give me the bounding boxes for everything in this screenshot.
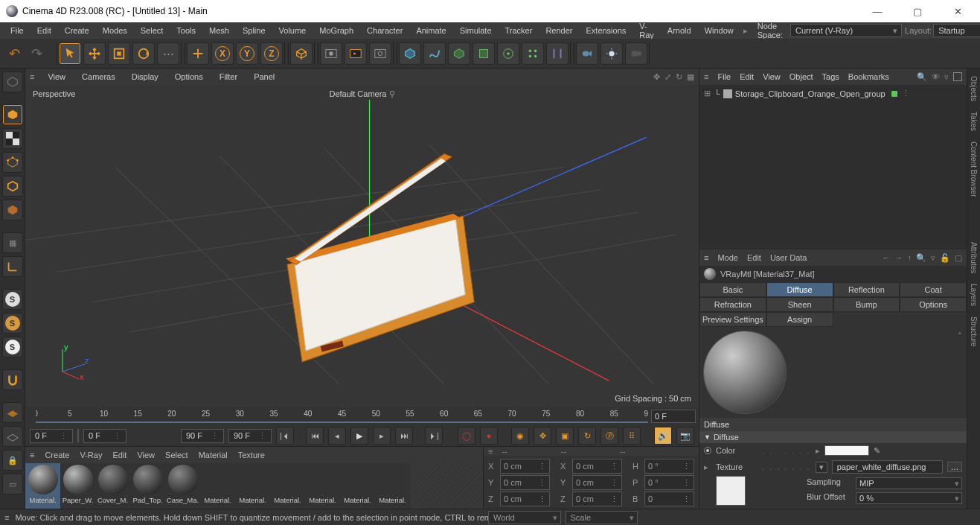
key-pla-button[interactable]: ⠿ [623, 427, 641, 445]
preview-start-field[interactable]: 0 F⋮ [83, 429, 126, 443]
attr-filter-icon[interactable]: ▿ [931, 253, 935, 263]
snap-toggle-button[interactable] [2, 369, 23, 390]
undo-button[interactable]: ↶ [4, 44, 24, 63]
key-scale-button[interactable]: ▣ [556, 427, 574, 445]
color-anim-radio[interactable] [704, 447, 711, 454]
texture-mode-button[interactable] [2, 128, 23, 149]
add-array-button[interactable] [522, 42, 544, 65]
obj-menu-tags[interactable]: Tags [822, 72, 839, 81]
menu-overflow-icon[interactable]: ▸ [741, 26, 750, 36]
range-end-field[interactable]: 90 F⋮ [228, 429, 272, 443]
tab-sheen[interactable]: Sheen [766, 297, 833, 312]
coord-x-pos[interactable]: 0 cm⋮ [500, 459, 550, 474]
obj-search-icon[interactable]: 🔍 [917, 72, 927, 82]
obj-layout-icon[interactable] [953, 72, 962, 81]
diffuse-collapse-icon[interactable]: ▼ [704, 433, 711, 441]
material-item[interactable]: Material. [270, 463, 305, 509]
attr-menu-userdata[interactable]: User Data [770, 253, 807, 262]
workplane-1-button[interactable] [2, 402, 23, 423]
mat-menu-texture[interactable]: Texture [238, 451, 265, 459]
menu-create[interactable]: Create [59, 24, 95, 37]
add-camera-button[interactable] [576, 42, 598, 65]
vray-mat-s-button[interactable]: S [2, 289, 23, 310]
viewport-menu-icon[interactable]: ≡ [30, 72, 33, 81]
vp-menu-cameras[interactable]: Cameras [80, 71, 118, 83]
tab-preview-settings[interactable]: Preview Settings [699, 312, 766, 327]
add-deformer-button[interactable] [546, 42, 569, 65]
side-tab-objects[interactable]: Objects [969, 73, 979, 104]
key-param-button[interactable]: Ⓟ [601, 427, 618, 445]
color-expand-icon[interactable]: ▸ [816, 446, 820, 456]
menu-tools[interactable]: Tools [170, 24, 202, 37]
side-tab-takes[interactable]: Takes [969, 109, 979, 134]
material-list[interactable]: Material.Paper_W.Cover_M.Pad_Top.Case_Ma… [25, 463, 483, 509]
play-button[interactable]: ▶ [350, 427, 368, 445]
y-axis-toggle[interactable]: Y [236, 42, 258, 65]
obj-menu-icon[interactable]: ≡ [704, 72, 708, 81]
blur-offset-field[interactable]: 0 % [856, 492, 962, 504]
goto-end-button[interactable]: ⏵| [425, 427, 443, 445]
attr-up-icon[interactable]: ↑ [908, 253, 912, 263]
goto-start-button[interactable]: |⏴ [276, 427, 294, 445]
texture-path-field[interactable]: paper_white_diffuse.png [832, 460, 943, 474]
coord-h-rot[interactable]: 0 °⋮ [644, 459, 694, 474]
key-pos-button[interactable]: ✥ [534, 427, 551, 445]
redo-button[interactable]: ↷ [27, 44, 46, 63]
material-item[interactable]: Cover_M. [95, 463, 130, 509]
material-menu-icon[interactable]: ≡ [30, 451, 34, 459]
tree-expand-icon[interactable]: ⊞ [704, 89, 711, 98]
menu-mesh[interactable]: Mesh [203, 24, 235, 37]
vp-menu-display[interactable]: Display [129, 71, 161, 83]
point-mode-button[interactable] [2, 152, 23, 173]
attr-collapse-icon[interactable]: ˄ [790, 327, 967, 346]
material-item[interactable]: Material. [375, 463, 410, 509]
material-item[interactable]: Material. [340, 463, 375, 509]
tree-item-label[interactable]: Storage_Clipboard_Orange_Open_group [735, 89, 885, 98]
vray-mat-s3-button[interactable]: S [2, 337, 23, 357]
node-space-dropdown[interactable]: Current (V-Ray) [790, 24, 902, 37]
render-settings-button[interactable] [369, 42, 391, 65]
diffuse-color-swatch[interactable] [824, 445, 869, 456]
material-item[interactable]: Paper_W. [60, 463, 95, 509]
material-empty-area[interactable] [410, 463, 483, 509]
vp-nav-icon[interactable]: ✥ [653, 72, 660, 82]
attr-menu-mode[interactable]: Mode [717, 253, 738, 262]
add-cube-button[interactable] [399, 42, 421, 65]
add-cam2-button[interactable] [625, 42, 647, 65]
texture-thumbnail[interactable] [716, 476, 746, 506]
coord-b-rot[interactable]: 0⋮ [644, 491, 694, 506]
tab-options[interactable]: Options [900, 297, 967, 312]
add-spline-button[interactable] [423, 42, 446, 65]
attr-new-icon[interactable]: ▢ [955, 253, 962, 263]
menu-render[interactable]: Render [539, 24, 578, 37]
last-tool-button[interactable]: ⋯ [157, 42, 179, 65]
enable-axis-button[interactable]: ▦ [2, 232, 23, 253]
tab-diffuse[interactable]: Diffuse [766, 282, 833, 297]
menu-tracker[interactable]: Tracker [499, 24, 539, 37]
obj-filter-icon[interactable]: ▿ [944, 72, 949, 82]
move-tool[interactable] [83, 42, 106, 65]
mat-menu-create[interactable]: Create [45, 451, 69, 459]
status-menu-icon[interactable]: ≡ [4, 513, 9, 522]
lock-workplane-button[interactable]: 🔒 [2, 450, 23, 471]
eyedropper-icon[interactable]: ✎ [874, 446, 880, 456]
vp-menu-view[interactable]: View [45, 71, 68, 83]
locked-axis-tool[interactable] [187, 42, 209, 65]
mat-menu-edit[interactable]: Edit [112, 451, 126, 459]
vp-rotate-icon[interactable]: ↻ [676, 72, 682, 82]
mat-menu-material[interactable]: Material [199, 451, 228, 459]
make-editable-button[interactable] [2, 71, 23, 92]
vp-zoom-icon[interactable]: ⤢ [664, 72, 671, 82]
preview-end-field[interactable]: 90 F⋮ [181, 429, 224, 443]
obj-menu-object[interactable]: Object [790, 72, 813, 81]
vp-menu-filter[interactable]: Filter [217, 71, 240, 83]
polygon-mode-button[interactable] [2, 200, 23, 220]
window-close-button[interactable]: ✕ [944, 6, 971, 17]
prev-frame-button[interactable]: ◂ [328, 427, 346, 445]
mat-menu-view[interactable]: View [137, 451, 155, 459]
timeline-end-field[interactable]: 0 F [651, 410, 696, 423]
tab-refraction[interactable]: Refraction [699, 297, 766, 312]
record-key-button[interactable]: ◯ [458, 427, 475, 445]
tree-render-dot[interactable]: ⋮ [902, 89, 910, 98]
side-tab-layers[interactable]: Layers [969, 281, 979, 309]
